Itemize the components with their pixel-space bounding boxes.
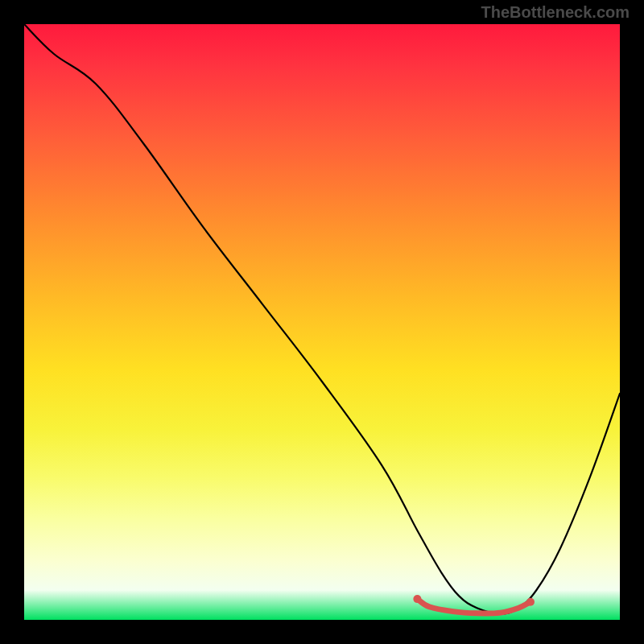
chart-svg xyxy=(24,24,620,620)
plot-area xyxy=(24,24,620,620)
watermark-text: TheBottleneck.com xyxy=(481,3,630,22)
bottleneck-curve xyxy=(24,24,620,614)
optimal-zone-dots xyxy=(413,595,535,606)
optimal-zone-endpoint xyxy=(526,598,535,606)
optimal-zone-endpoint xyxy=(413,595,421,603)
